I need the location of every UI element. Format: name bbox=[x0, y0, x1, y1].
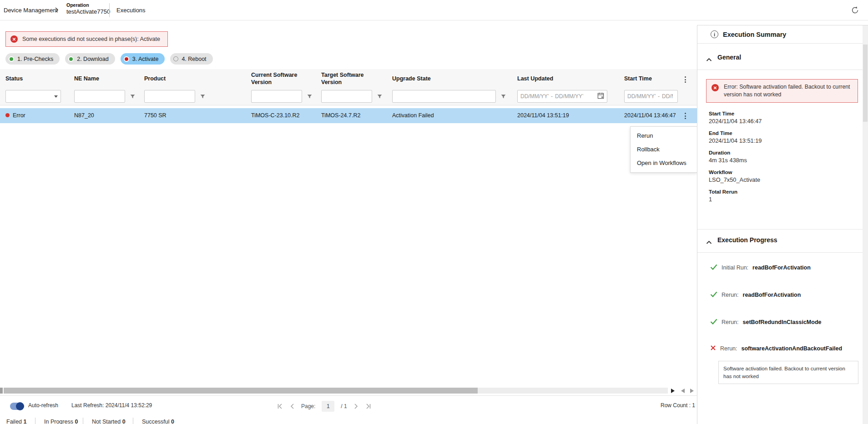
phase-chip-label: 4. Reboot bbox=[182, 56, 206, 62]
column-header-start-time[interactable]: Start Time bbox=[624, 69, 674, 89]
operation-name: testActivate7750 bbox=[66, 8, 110, 15]
field-value: 2024/11/04 13:46:47 bbox=[709, 118, 854, 125]
column-header-upgrade-state[interactable]: Upgrade State bbox=[392, 69, 460, 89]
last-updated-date-range-input[interactable]: DD/MM/YYYY - DD/MM/YYYY bbox=[517, 90, 607, 103]
row-actions-kebab-icon[interactable] bbox=[683, 111, 687, 120]
phase-success-dot-icon bbox=[68, 56, 74, 62]
progress-prefix: Rerun: bbox=[722, 319, 739, 325]
ne-name-filter-icon[interactable] bbox=[130, 93, 136, 101]
cell-product: 7750 SR bbox=[144, 108, 212, 123]
phase-pending-dot-icon bbox=[173, 56, 178, 61]
execution-summary-panel: i Execution Summary General ✕ Error: Sof… bbox=[697, 25, 868, 424]
horizontal-scrollbar-thumb[interactable] bbox=[4, 388, 478, 394]
phase-chip-reboot[interactable]: 4. Reboot bbox=[170, 53, 212, 65]
panel-scrollbar-track[interactable] bbox=[863, 25, 868, 424]
section-divider bbox=[697, 252, 868, 253]
auto-refresh-toggle[interactable] bbox=[10, 403, 24, 410]
cell-status: Error bbox=[5, 108, 69, 123]
panel-scrollbar-thumb[interactable] bbox=[863, 45, 868, 122]
progress-error-note: Software activation failed. Backout to c… bbox=[718, 361, 858, 384]
toggle-knob bbox=[16, 402, 24, 410]
next-page-icon[interactable] bbox=[353, 403, 359, 409]
field-start-time: Start Time 2024/11/04 13:46:47 bbox=[709, 111, 854, 125]
progress-prefix: Rerun: bbox=[722, 292, 739, 298]
menu-item-rollback[interactable]: Rollback bbox=[631, 143, 697, 156]
info-icon: i bbox=[711, 30, 718, 38]
page-label: Page: bbox=[301, 403, 315, 409]
cross-icon bbox=[710, 344, 716, 353]
chevron-up-icon bbox=[706, 55, 712, 64]
phase-error-dot-icon bbox=[124, 56, 129, 62]
execution-progress-section-header[interactable]: Execution Progress bbox=[697, 234, 868, 248]
phase-chip-activate[interactable]: 3. Activate bbox=[121, 53, 165, 65]
cell-ne-name: N87_20 bbox=[74, 108, 140, 123]
target-software-filter-icon[interactable] bbox=[377, 93, 383, 101]
check-icon bbox=[710, 318, 717, 326]
execution-progress-section-title: Execution Progress bbox=[717, 236, 777, 244]
date-to-placeholder: DD/MM/YYYY bbox=[555, 93, 583, 100]
field-label: End Time bbox=[709, 130, 854, 136]
last-page-icon[interactable] bbox=[365, 403, 372, 409]
column-header-ne-name[interactable]: NE Name bbox=[74, 69, 140, 89]
breadcrumb-divider bbox=[109, 3, 110, 17]
target-software-filter-input[interactable] bbox=[321, 90, 372, 103]
column-header-target-software-version[interactable]: Target Software Version bbox=[321, 69, 372, 89]
progress-item-rerun-1: Rerun: readBofForActivation bbox=[710, 289, 801, 301]
breadcrumb-device-management[interactable]: Device Management bbox=[4, 0, 58, 20]
first-page-icon[interactable] bbox=[277, 403, 283, 409]
tab-in-progress[interactable]: In Progress 0 bbox=[44, 419, 78, 424]
column-header-status[interactable]: Status bbox=[5, 69, 69, 89]
breadcrumb-executions: Executions bbox=[116, 0, 146, 20]
phase-chip-download[interactable]: 2. Download bbox=[65, 53, 115, 65]
phase-chips: 1. Pre-Checks 2. Download 3. Activate 4.… bbox=[5, 53, 213, 65]
pagination: Page: 1 / 1 bbox=[277, 400, 372, 412]
upgrade-state-filter-icon[interactable] bbox=[500, 93, 506, 101]
tab-failed[interactable]: Failed 1 bbox=[6, 419, 26, 424]
current-software-filter-icon[interactable] bbox=[307, 93, 313, 101]
hscrollbar-left-edge[interactable] bbox=[0, 388, 3, 394]
column-header-product[interactable]: Product bbox=[144, 69, 212, 89]
phase-chip-label: 3. Activate bbox=[132, 56, 159, 62]
status-filter-select[interactable] bbox=[5, 90, 61, 103]
page-number-input[interactable]: 1 bbox=[322, 401, 334, 412]
product-filter-input[interactable] bbox=[144, 90, 195, 103]
start-time-date-range-input[interactable]: DD/MM/YYYY - DD/MM/YYYY bbox=[624, 90, 678, 103]
field-value: 1 bbox=[709, 196, 854, 203]
tab-successful[interactable]: Successful 0 bbox=[142, 419, 174, 424]
scroll-right-arrow-icon[interactable] bbox=[671, 389, 675, 393]
scroll-right-arrow-icon[interactable] bbox=[690, 389, 694, 393]
menu-item-open-in-workflows[interactable]: Open in Workflows bbox=[631, 156, 697, 170]
upgrade-state-filter-input[interactable] bbox=[392, 90, 496, 103]
ne-name-filter-input[interactable] bbox=[74, 90, 125, 103]
date-from-placeholder: DD/MM/YYYY bbox=[627, 93, 656, 100]
last-refresh-text: Last Refresh: 2024/11/4 13:52:29 bbox=[71, 402, 152, 409]
field-workflow: Workflow LSO_7x50_Activate bbox=[709, 170, 854, 183]
prev-page-icon[interactable] bbox=[289, 403, 295, 409]
breadcrumb-operation: Operation testActivate7750 bbox=[66, 2, 110, 15]
horizontal-scrollbar-track[interactable] bbox=[4, 388, 668, 394]
progress-task-name: readBofForActivation bbox=[752, 264, 811, 271]
current-software-filter-input[interactable] bbox=[251, 90, 302, 103]
general-section-header[interactable]: General bbox=[697, 52, 868, 65]
phase-chip-pre-checks[interactable]: 1. Pre-Checks bbox=[5, 53, 60, 65]
error-circle-icon: ✕ bbox=[712, 84, 719, 91]
field-value: 2024/11/04 13:51:19 bbox=[709, 137, 854, 144]
calendar-icon[interactable] bbox=[597, 92, 604, 101]
cell-target-software-version: TiMOS-24.7.R2 bbox=[321, 108, 387, 123]
scroll-left-arrow-icon[interactable] bbox=[681, 389, 685, 393]
table-row[interactable]: Error N87_20 7750 SR TiMOS-C-23.10.R2 Ti… bbox=[0, 108, 697, 123]
menu-item-rerun[interactable]: Rerun bbox=[631, 129, 697, 143]
refresh-icon[interactable] bbox=[851, 6, 860, 15]
field-label: Workflow bbox=[709, 170, 854, 175]
product-filter-icon[interactable] bbox=[200, 93, 206, 101]
field-label: Total Rerun bbox=[709, 189, 854, 195]
field-duration: Duration 4m 31s 438ms bbox=[709, 150, 854, 164]
section-divider bbox=[697, 70, 868, 70]
column-header-last-updated[interactable]: Last Updated bbox=[517, 69, 585, 89]
table-settings-kebab-icon[interactable] bbox=[683, 75, 687, 84]
tab-not-started[interactable]: Not Started 0 bbox=[92, 419, 126, 424]
column-header-current-software-version[interactable]: Current Software Version bbox=[251, 69, 302, 89]
general-section-title: General bbox=[717, 54, 741, 61]
check-icon bbox=[710, 291, 717, 299]
tab-divider bbox=[83, 418, 83, 424]
